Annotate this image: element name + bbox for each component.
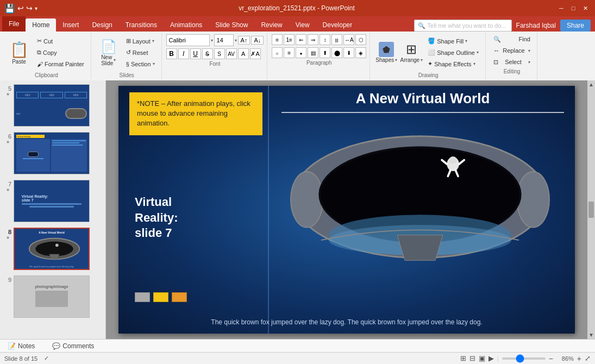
reset-button[interactable]: ↺ Reset	[123, 47, 158, 58]
align-bottom-button[interactable]: ⬇	[343, 47, 354, 58]
zoom-slider[interactable]	[502, 357, 546, 360]
clear-format-button[interactable]: ✗A	[250, 48, 261, 59]
share-button[interactable]: Share	[560, 20, 591, 32]
slide-thumb-8[interactable]: 8 ★ A New Virtual World	[3, 227, 103, 271]
tab-animations[interactable]: Animations	[164, 18, 209, 32]
align-center-button[interactable]: ≡	[284, 47, 295, 58]
slide-canvas[interactable]: *NOTE – After animation plays, click mou…	[118, 86, 575, 334]
bottom-text[interactable]: The quick brown fox jumped over the lazy…	[146, 318, 548, 327]
bold-button[interactable]: B	[166, 48, 177, 59]
reading-view-button[interactable]: ▣	[479, 354, 485, 362]
tab-insert[interactable]: Insert	[56, 18, 85, 32]
ribbon-search[interactable]: 🔍 Tell me what you want to do...	[414, 20, 512, 32]
select-label: Select	[505, 59, 522, 65]
format-painter-button[interactable]: 🖌 Format Painter	[34, 59, 87, 70]
outline-view-button[interactable]: ⊟	[469, 354, 475, 362]
titlebar: 💾 ↩ ↪ ▾ vr_exploration_21521.pptx - Powe…	[0, 0, 595, 16]
tab-review[interactable]: Review	[254, 18, 289, 32]
slides-label: Slides	[120, 72, 134, 78]
slide-thumb-6[interactable]: 6 ★ Virtual Reality	[3, 131, 103, 175]
font-color-button[interactable]: A	[238, 48, 249, 59]
slide-thumb-7[interactable]: 7 ★ Virtual Reality:slide 7	[3, 179, 103, 223]
svg-point-3	[55, 243, 59, 247]
undo-icon[interactable]: ↩	[17, 4, 24, 12]
scroll-up-icon[interactable]: ▲	[588, 81, 594, 87]
minimize-button[interactable]: ─	[556, 3, 567, 13]
numbering-button[interactable]: 1≡	[284, 34, 295, 45]
shape-fill-button[interactable]: 🪣 Shape Fill ▾	[424, 36, 482, 47]
tab-view[interactable]: View	[289, 18, 316, 32]
scroll-thumb[interactable]	[588, 202, 594, 218]
decrease-indent-button[interactable]: ⇐	[296, 34, 306, 45]
save-icon[interactable]: 💾	[4, 3, 15, 14]
slide-thumb-5[interactable]: 5 ★ VR1 VR2 VR3 360°	[3, 83, 103, 128]
font-row2: B I U S̶ S AV A ✗A	[166, 48, 261, 59]
align-top-button[interactable]: ⬆	[320, 47, 330, 58]
main-area: 5 ★ VR1 VR2 VR3 360°	[0, 80, 595, 339]
shapes-button[interactable]: ⬟ Shapes ▾	[374, 37, 398, 68]
zoom-in-icon[interactable]: +	[577, 354, 581, 363]
window-controls: ─ □ ✕	[556, 3, 591, 13]
replace-button[interactable]: ↔ Replace ▾	[490, 45, 534, 56]
font-size-input[interactable]	[214, 34, 234, 46]
zoom-out-icon[interactable]: −	[549, 354, 553, 363]
convert-smartart-button[interactable]: ◈	[355, 47, 366, 58]
vr-goggles[interactable]	[271, 118, 569, 301]
strikethrough-button[interactable]: S̶	[202, 48, 213, 59]
select-icon: ⊡	[493, 59, 498, 66]
vr-text[interactable]: Virtual Reality: slide 7	[135, 194, 178, 241]
section-button[interactable]: § Section ▾	[123, 59, 158, 70]
tab-design[interactable]: Design	[85, 18, 118, 32]
redo-icon[interactable]: ↪	[26, 4, 33, 12]
fit-slide-button[interactable]: ⤢	[585, 354, 591, 362]
notes-tab[interactable]: 📝 Notes	[4, 341, 38, 351]
notes-bar: 📝 Notes 💬 Comments	[0, 339, 595, 352]
justify-button[interactable]: ▤	[308, 47, 318, 58]
increase-indent-button[interactable]: ⇒	[308, 34, 318, 45]
slide-thumb-9[interactable]: 9 photograph/image	[3, 274, 103, 319]
font-size-dropdown: ▾	[235, 38, 237, 43]
increase-font-button[interactable]: A↑	[238, 36, 250, 45]
find-button[interactable]: 🔍 Find	[490, 34, 534, 45]
svg-point-5	[291, 172, 323, 228]
char-spacing-button[interactable]: AV	[226, 48, 237, 59]
shape-outline-button[interactable]: ⬜ Shape Outline ▾	[424, 47, 482, 58]
note-box[interactable]: *NOTE – After animation plays, click mou…	[129, 92, 262, 135]
layout-button[interactable]: ⊞ Layout ▾	[123, 36, 158, 47]
select-button[interactable]: ⊡ Select ▾	[490, 57, 534, 67]
line-spacing-button[interactable]: ↕	[320, 34, 330, 45]
tab-transitions[interactable]: Transitions	[119, 18, 164, 32]
align-right-button[interactable]: ⬥	[296, 47, 306, 58]
para-row1: ≡ 1≡ ⇐ ⇒ ↕ ⫼ ↔A ⬡	[272, 34, 366, 45]
comments-tab[interactable]: 💬 Comments	[49, 341, 97, 351]
paste-button[interactable]: 📋 Paste	[5, 37, 33, 68]
smartart-button[interactable]: ⬡	[355, 34, 366, 45]
shape-style-buttons: 🪣 Shape Fill ▾ ⬜ Shape Outline ▾ ✦ Shape…	[424, 36, 482, 70]
decrease-font-button[interactable]: A↓	[251, 36, 264, 45]
slideshow-view-button[interactable]: ▶	[488, 354, 494, 362]
copy-button[interactable]: ⧉ Copy	[34, 47, 87, 58]
maximize-button[interactable]: □	[568, 3, 579, 13]
tab-home[interactable]: Home	[26, 18, 56, 32]
shape-effects-button[interactable]: ✦ Shape Effects ▾	[424, 59, 482, 70]
arrange-button[interactable]: ⊞ Arrange ▾	[399, 37, 423, 68]
new-slide-button[interactable]: 📄 NewSlide ▾	[96, 37, 122, 68]
tab-file[interactable]: File	[2, 16, 26, 32]
cut-button[interactable]: ✂ Cut	[34, 36, 87, 47]
italic-button[interactable]: I	[178, 48, 189, 59]
tab-slideshow[interactable]: Slide Show	[209, 18, 254, 32]
bullets-button[interactable]: ≡	[272, 34, 283, 45]
align-middle-button[interactable]: ⬤	[331, 47, 342, 58]
vertical-scrollbar[interactable]: ▲ ▼	[587, 80, 595, 339]
slide-title[interactable]: A New Virtual World	[281, 90, 564, 107]
tab-developer[interactable]: Developer	[316, 18, 359, 32]
scroll-down-icon[interactable]: ▼	[588, 332, 594, 338]
shadow-button[interactable]: S	[214, 48, 225, 59]
normal-view-button[interactable]: ⊞	[460, 354, 466, 362]
text-direction-button[interactable]: ↔A	[343, 34, 354, 45]
underline-button[interactable]: U	[190, 48, 201, 59]
font-name-input[interactable]	[166, 34, 210, 46]
align-left-button[interactable]: ⬦	[272, 47, 283, 58]
close-button[interactable]: ✕	[580, 3, 591, 13]
columns-button[interactable]: ⫼	[331, 34, 342, 45]
